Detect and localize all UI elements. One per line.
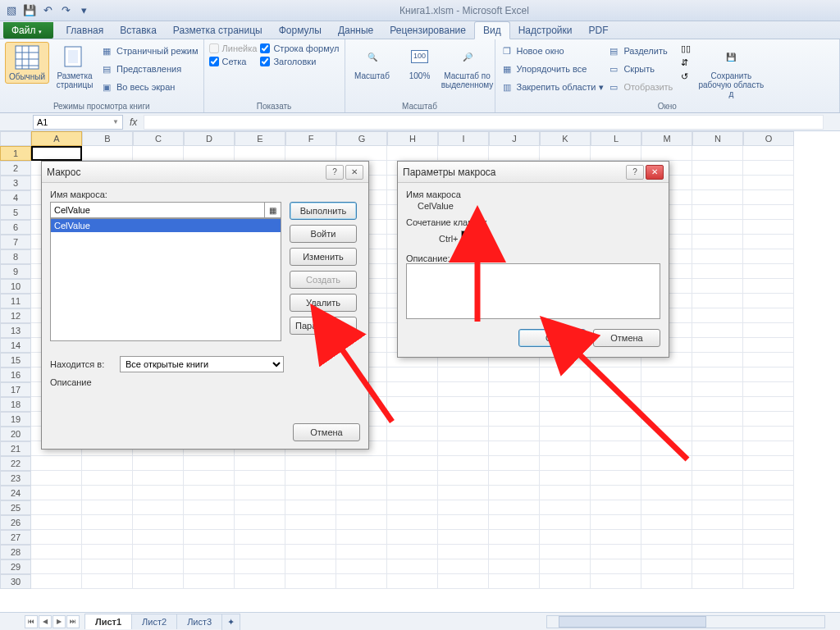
row-header[interactable]: 21 [0, 441, 31, 456]
row-header[interactable]: 27 [0, 530, 31, 545]
arrange-all-button[interactable]: ▦Упорядочить все [500, 62, 605, 76]
row-header[interactable]: 11 [0, 294, 31, 308]
row-header[interactable]: 24 [0, 486, 31, 500]
cell[interactable] [31, 530, 82, 545]
cell[interactable] [692, 515, 743, 530]
cell[interactable] [336, 500, 387, 515]
row-header[interactable]: 6 [0, 220, 31, 235]
step-into-button[interactable]: Войти [290, 225, 357, 243]
cell[interactable] [438, 486, 489, 500]
row-header[interactable]: 17 [0, 382, 31, 397]
row-header[interactable]: 18 [0, 397, 31, 412]
tab-view[interactable]: Вид [474, 21, 510, 39]
sheet-tab[interactable]: Лист1 [84, 614, 132, 629]
cell[interactable] [591, 559, 641, 574]
row-header[interactable]: 14 [0, 338, 31, 353]
cell[interactable] [235, 471, 285, 486]
cell[interactable] [743, 176, 794, 190]
cell[interactable] [82, 471, 133, 486]
cell[interactable] [692, 323, 743, 338]
cell[interactable] [743, 441, 794, 456]
cell[interactable] [285, 559, 336, 574]
cell[interactable] [336, 545, 387, 559]
cell[interactable] [285, 471, 336, 486]
cell[interactable] [387, 146, 438, 161]
cell[interactable] [31, 559, 82, 574]
cell[interactable] [235, 486, 285, 500]
row-header[interactable]: 26 [0, 515, 31, 530]
sheet-nav-next-icon[interactable]: ▶ [52, 615, 66, 628]
cell[interactable] [743, 294, 794, 308]
cell[interactable] [31, 574, 82, 589]
zoom-button[interactable]: 🔍Масштаб [350, 42, 395, 82]
cell[interactable] [438, 515, 489, 530]
cell[interactable] [743, 190, 794, 205]
cell[interactable] [336, 471, 387, 486]
macros-dialog-title-bar[interactable]: Макрос ? ✕ [42, 162, 368, 183]
cell[interactable] [82, 456, 133, 471]
name-box[interactable]: A1▼ [33, 115, 123, 130]
run-button[interactable]: Выполнить [290, 202, 357, 220]
cell[interactable] [743, 279, 794, 294]
cell[interactable] [641, 412, 692, 427]
cell[interactable] [489, 427, 540, 441]
cell[interactable] [641, 456, 692, 471]
cell[interactable] [336, 486, 387, 500]
zoom-selection-button[interactable]: 🔎Масштаб по выделенному [445, 42, 490, 91]
cell[interactable] [82, 500, 133, 515]
cell[interactable] [184, 471, 235, 486]
cell[interactable] [540, 515, 591, 530]
tab-page-layout[interactable]: Разметка страницы [165, 22, 271, 39]
sheet-nav-first-icon[interactable]: ⏮ [25, 615, 38, 628]
cell[interactable] [591, 441, 641, 456]
cell[interactable] [743, 264, 794, 279]
cell[interactable] [438, 574, 489, 589]
hide-button[interactable]: ▭Скрыть [607, 62, 673, 76]
cell[interactable] [184, 146, 235, 161]
undo-icon[interactable]: ↶ [39, 2, 56, 19]
row-header[interactable]: 12 [0, 308, 31, 323]
cell[interactable] [438, 397, 489, 412]
cell[interactable] [336, 559, 387, 574]
help-button[interactable]: ? [326, 165, 344, 180]
cell[interactable] [641, 382, 692, 397]
opt-description-textarea[interactable] [406, 263, 660, 319]
select-all-corner[interactable] [0, 131, 31, 146]
full-screen-button[interactable]: ▣Во весь экран [100, 80, 199, 94]
unhide-button[interactable]: ▭Отобразить [607, 80, 673, 94]
cell[interactable] [438, 382, 489, 397]
cell[interactable] [489, 441, 540, 456]
cell[interactable] [692, 235, 743, 249]
cell[interactable] [743, 353, 794, 368]
cell[interactable] [692, 456, 743, 471]
cell[interactable] [285, 530, 336, 545]
cell[interactable] [438, 427, 489, 441]
cell[interactable] [540, 146, 591, 161]
cell[interactable] [743, 530, 794, 545]
row-header[interactable]: 29 [0, 559, 31, 574]
cell[interactable] [336, 574, 387, 589]
cell[interactable] [387, 441, 438, 456]
row-header[interactable]: 25 [0, 500, 31, 515]
cell[interactable] [540, 574, 591, 589]
column-header[interactable]: L [591, 131, 641, 146]
row-header[interactable]: 16 [0, 368, 31, 382]
cell[interactable] [336, 515, 387, 530]
macro-name-input[interactable] [50, 202, 265, 218]
column-header[interactable]: H [387, 131, 438, 146]
row-header[interactable]: 30 [0, 574, 31, 589]
cell[interactable] [591, 382, 641, 397]
cell[interactable] [133, 500, 184, 515]
redo-icon[interactable]: ↷ [57, 2, 74, 19]
cell[interactable] [591, 574, 641, 589]
cell[interactable] [540, 500, 591, 515]
cell[interactable] [743, 559, 794, 574]
column-header[interactable]: M [641, 131, 692, 146]
cell[interactable] [387, 486, 438, 500]
cell[interactable] [692, 294, 743, 308]
cell[interactable] [743, 323, 794, 338]
new-window-button[interactable]: ❒Новое окно [500, 43, 605, 58]
cell[interactable] [387, 412, 438, 427]
cell[interactable] [82, 486, 133, 500]
cell[interactable] [540, 486, 591, 500]
